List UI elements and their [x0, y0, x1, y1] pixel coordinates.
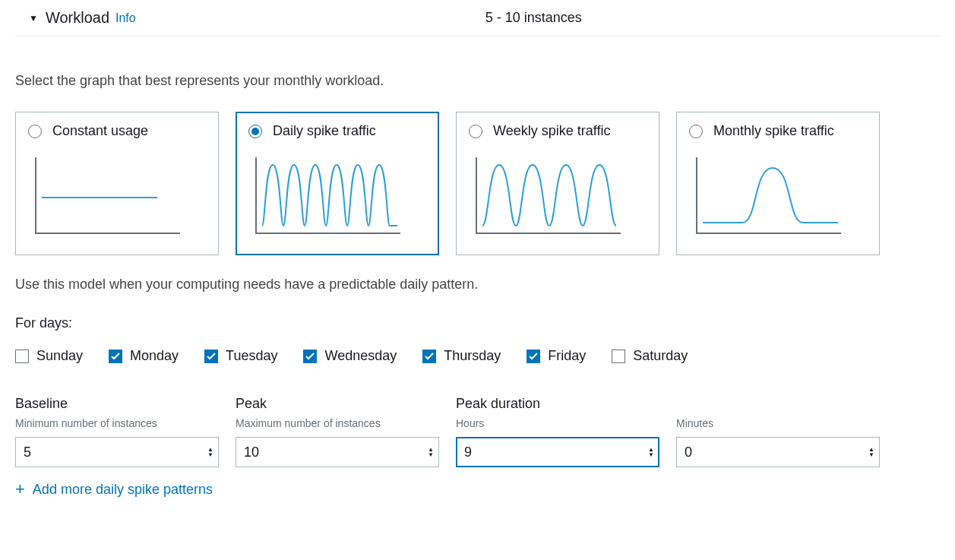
monthly-spike-chart-icon	[689, 150, 841, 241]
day-option-friday[interactable]: Friday	[527, 348, 586, 364]
model-description: Use this model when your computing needs…	[15, 277, 940, 293]
minutes-input[interactable]	[676, 437, 880, 467]
peak-duration-title: Peak duration	[456, 396, 659, 414]
checkbox-icon	[109, 350, 122, 363]
radio-icon	[28, 125, 42, 138]
day-option-saturday[interactable]: Saturday	[612, 348, 688, 364]
stepper-icon[interactable]: ▲▼	[647, 447, 655, 457]
baseline-subtitle: Minimum number of instances	[15, 417, 219, 431]
daily-spike-chart-icon	[248, 150, 400, 241]
day-option-wednesday[interactable]: Wednesday	[303, 348, 397, 364]
add-more-label: Add more daily spike patterns	[33, 482, 213, 498]
option-monthly-spike[interactable]: Monthly spike traffic	[676, 112, 880, 255]
peak-subtitle: Maximum number of instances	[236, 417, 439, 431]
checkbox-icon	[204, 350, 218, 363]
checkbox-icon	[422, 350, 436, 363]
peak-title: Peak	[236, 396, 439, 414]
hours-subtitle: Hours	[456, 417, 659, 431]
baseline-input[interactable]	[15, 437, 219, 467]
constant-usage-chart-icon	[28, 150, 180, 241]
peak-col: Peak Maximum number of instances ▲▼	[236, 396, 439, 467]
workload-prompt: Select the graph that best represents yo…	[15, 73, 940, 89]
radio-icon	[689, 125, 703, 138]
radio-icon	[469, 125, 482, 138]
option-weekly-spike[interactable]: Weekly spike traffic	[456, 112, 659, 255]
for-days-label: For days:	[15, 315, 940, 331]
section-title: Workload	[46, 9, 109, 27]
day-option-monday[interactable]: Monday	[109, 348, 179, 364]
workload-options: Constant usage Daily spike traffic Weekl…	[15, 112, 940, 255]
plus-icon: +	[15, 481, 25, 498]
day-label: Tuesday	[226, 348, 277, 364]
weekly-spike-chart-icon	[469, 150, 621, 241]
baseline-col: Baseline Minimum number of instances ▲▼	[15, 396, 219, 467]
option-label: Daily spike traffic	[273, 123, 376, 139]
day-option-sunday[interactable]: Sunday	[15, 348, 83, 364]
day-label: Thursday	[444, 348, 501, 364]
day-label: Monday	[130, 348, 179, 364]
checkbox-icon	[303, 350, 317, 363]
option-daily-spike[interactable]: Daily spike traffic	[236, 112, 439, 255]
day-label: Sunday	[36, 348, 83, 364]
days-row: SundayMondayTuesdayWednesdayThursdayFrid…	[15, 348, 940, 364]
baseline-title: Baseline	[15, 396, 219, 414]
checkbox-icon	[15, 350, 29, 363]
day-label: Friday	[548, 348, 586, 364]
option-label: Weekly spike traffic	[493, 123, 610, 139]
stepper-icon[interactable]: ▲▼	[868, 447, 875, 457]
day-label: Saturday	[633, 348, 688, 364]
option-constant-usage[interactable]: Constant usage	[15, 112, 219, 255]
add-more-patterns-link[interactable]: + Add more daily spike patterns	[15, 481, 940, 498]
peak-input[interactable]	[236, 437, 439, 467]
checkbox-icon	[527, 350, 540, 363]
day-option-tuesday[interactable]: Tuesday	[204, 348, 277, 364]
info-link[interactable]: Info	[115, 11, 136, 25]
minutes-subtitle: Minutes	[676, 417, 880, 431]
inputs-row: Baseline Minimum number of instances ▲▼ …	[15, 396, 940, 467]
hours-input[interactable]	[456, 437, 659, 467]
stepper-icon[interactable]: ▲▼	[207, 447, 214, 457]
hours-col: Peak duration Hours ▲▼	[456, 396, 659, 467]
day-option-thursday[interactable]: Thursday	[422, 348, 501, 364]
caret-down-icon: ▼	[29, 14, 38, 23]
radio-icon	[248, 125, 262, 138]
option-label: Constant usage	[52, 123, 148, 139]
minutes-col: Minutes ▲▼	[676, 396, 880, 467]
workload-section-header[interactable]: ▼ Workload Info 5 - 10 instances	[15, 3, 940, 36]
empty-title	[676, 396, 880, 414]
option-label: Monthly spike traffic	[713, 123, 834, 139]
day-label: Wednesday	[324, 348, 397, 364]
checkbox-icon	[612, 350, 625, 363]
instances-range-label: 5 - 10 instances	[485, 10, 582, 26]
stepper-icon[interactable]: ▲▼	[427, 447, 435, 457]
